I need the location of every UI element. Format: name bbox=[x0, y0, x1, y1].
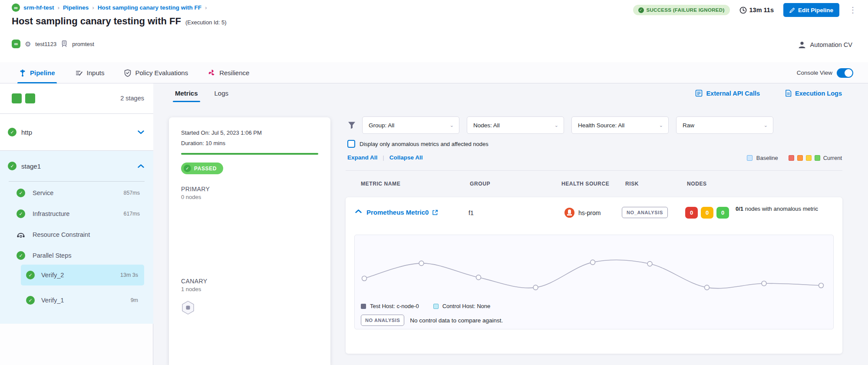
resilience-icon bbox=[208, 69, 215, 76]
sidebar-step-service[interactable]: ✓ Service 857ms bbox=[0, 185, 153, 201]
metric-row[interactable]: Prometheus Metric0 f1 hs-prom NO_ANALYSI… bbox=[346, 197, 842, 229]
step-duration: 617ms bbox=[123, 211, 140, 217]
metric-chart-card: Test Host: c-node-0 Control Host: None N… bbox=[354, 235, 834, 329]
column-header-risk: RISK bbox=[625, 181, 639, 187]
metric-group: f1 bbox=[469, 209, 474, 216]
tab-logs[interactable]: Logs bbox=[215, 90, 229, 102]
console-view-toggle[interactable] bbox=[837, 68, 853, 78]
sidebar-step-verify-1[interactable]: ✓ Verify_1 9m bbox=[21, 290, 144, 311]
tab-policy-evaluations[interactable]: Policy Evaluations bbox=[124, 62, 188, 83]
external-api-calls-link[interactable]: External API Calls bbox=[695, 90, 760, 97]
column-header-metric-name: METRIC NAME bbox=[361, 181, 400, 187]
sidebar-item-http[interactable]: ✓ http bbox=[0, 114, 153, 151]
divider: | bbox=[383, 154, 384, 161]
progress-bar bbox=[181, 153, 318, 155]
pencil-icon bbox=[789, 7, 795, 13]
breadcrumb-pipeline-name[interactable]: Host sampling canary testing with FF bbox=[98, 4, 201, 11]
sidebar-step-infrastructure[interactable]: ✓ Infrastructure 617ms bbox=[0, 206, 153, 222]
expand-all-link[interactable]: Expand All bbox=[347, 154, 377, 161]
more-options-icon[interactable]: ⋮ bbox=[849, 9, 855, 11]
breadcrumb-separator: › bbox=[58, 4, 60, 11]
started-on: Started On: Jul 5, 2023 1:06 PM bbox=[181, 128, 318, 138]
sidebar-item-stage1[interactable]: ✓ stage1 bbox=[0, 151, 153, 181]
canary-node-hexagon-icon[interactable] bbox=[181, 300, 195, 315]
stage-square-icon bbox=[25, 93, 35, 103]
content-area: 2 stages ✓ http ✓ stage1 bbox=[0, 83, 868, 365]
filter-funnel-icon[interactable] bbox=[347, 121, 356, 129]
success-check-icon: ✓ bbox=[17, 251, 25, 260]
tab-pipeline[interactable]: Pipeline bbox=[19, 62, 55, 83]
baseline-swatch bbox=[747, 155, 752, 161]
chevron-down-icon: ⌄ bbox=[554, 123, 558, 128]
console-view-label: Console View bbox=[797, 70, 832, 76]
test-host-swatch bbox=[361, 304, 366, 309]
chevron-down-icon: ⌄ bbox=[764, 123, 768, 128]
sidebar-step-resource-constraint[interactable]: Resource Constraint bbox=[0, 227, 153, 242]
sidebar-step-parallel-steps[interactable]: ✓ Parallel Steps bbox=[0, 248, 153, 263]
collapse-all-link[interactable]: Collapse All bbox=[389, 154, 423, 161]
metric-row-card: Prometheus Metric0 f1 hs-prom NO_ANALYSI… bbox=[346, 197, 842, 354]
pipeline-execution-page: ∞ srm-hf-test › Pipelines › Host samplin… bbox=[0, 0, 868, 365]
yellow-count-badge: 0 bbox=[701, 207, 713, 219]
breadcrumb-pipelines[interactable]: Pipelines bbox=[63, 4, 89, 11]
green-count-badge: 0 bbox=[716, 207, 729, 219]
red-count-badge: 0 bbox=[685, 207, 698, 219]
breadcrumb-project[interactable]: srm-hf-test bbox=[23, 4, 54, 11]
tab-resilience[interactable]: Resilience bbox=[208, 62, 249, 83]
status-badge: ✓ SUCCESS (FAILURE IGNORED) bbox=[633, 5, 730, 15]
execution-logs-icon bbox=[785, 90, 792, 97]
success-check-icon: ✓ bbox=[17, 189, 25, 197]
total-duration: 13m 11s bbox=[749, 7, 774, 13]
external-link-icon[interactable] bbox=[432, 209, 438, 216]
stage-square-icon bbox=[12, 93, 22, 103]
collapse-chevron-icon[interactable] bbox=[355, 209, 362, 213]
execution-id: (Execution Id: 5) bbox=[185, 19, 227, 26]
chevron-up-icon[interactable] bbox=[138, 164, 144, 168]
metric-sparkline[interactable] bbox=[358, 238, 831, 303]
nodes-filter-dropdown[interactable]: Nodes: All⌄ bbox=[467, 116, 564, 134]
baseline-label: Baseline bbox=[756, 155, 778, 161]
success-check-icon: ✓ bbox=[26, 271, 35, 279]
resource-constraint-icon bbox=[17, 231, 25, 238]
divider bbox=[9, 181, 145, 182]
metric-name-link[interactable]: Prometheus Metric0 bbox=[366, 209, 429, 216]
execution-logs-link[interactable]: Execution Logs bbox=[785, 90, 842, 97]
chevron-down-icon: ⌄ bbox=[450, 123, 454, 128]
triggered-by-user: Automation CV bbox=[810, 41, 852, 48]
breadcrumb: ∞ srm-hf-test › Pipelines › Host samplin… bbox=[12, 3, 207, 12]
health-source-filter-dropdown[interactable]: Health Source: All⌄ bbox=[571, 116, 669, 134]
clock-icon bbox=[739, 7, 747, 14]
divider bbox=[346, 170, 842, 171]
sidebar-step-verify-2[interactable]: ✓ Verify_2 13m 3s bbox=[21, 265, 144, 285]
health-source-name: hs-prom bbox=[578, 209, 601, 216]
check-icon: ✓ bbox=[184, 165, 191, 172]
current-green-swatch bbox=[815, 155, 820, 161]
breadcrumb-separator: › bbox=[92, 4, 94, 11]
success-check-icon: ✓ bbox=[638, 7, 644, 13]
display-mode-dropdown[interactable]: Raw⌄ bbox=[676, 116, 773, 134]
control-host-label: Control Host: None bbox=[442, 303, 491, 309]
pipeline-icon bbox=[19, 69, 26, 77]
tab-inputs[interactable]: Inputs bbox=[75, 62, 105, 83]
breadcrumb-separator: › bbox=[205, 4, 207, 11]
infrastructure-icon bbox=[61, 40, 68, 48]
no-analysis-badge: NO ANALYSIS bbox=[361, 315, 404, 326]
column-header-nodes: NODES bbox=[687, 181, 707, 187]
step-duration: 13m 3s bbox=[120, 272, 138, 278]
chevron-down-icon[interactable] bbox=[138, 130, 144, 134]
external-api-calls-icon bbox=[695, 90, 703, 97]
group-filter-dropdown[interactable]: Group: All⌄ bbox=[362, 116, 459, 134]
verification-summary-card: Started On: Jul 5, 2023 1:06 PM Duration… bbox=[169, 117, 330, 365]
passed-badge: ✓ PASSED bbox=[181, 163, 223, 174]
canary-nodes: 1 nodes bbox=[181, 286, 318, 292]
control-host-swatch bbox=[433, 304, 439, 309]
edit-pipeline-button[interactable]: Edit Pipeline bbox=[783, 3, 839, 17]
step-duration: 9m bbox=[131, 297, 138, 303]
current-label: Current bbox=[823, 155, 842, 161]
service-icon: ∞ bbox=[12, 40, 20, 48]
prometheus-icon bbox=[564, 208, 574, 218]
tab-metrics[interactable]: Metrics bbox=[175, 90, 198, 102]
anomalous-only-checkbox[interactable] bbox=[347, 140, 355, 148]
chevron-down-icon: ⌄ bbox=[659, 123, 663, 128]
anomalous-only-label: Display only anomalous metrics and affec… bbox=[360, 141, 488, 147]
